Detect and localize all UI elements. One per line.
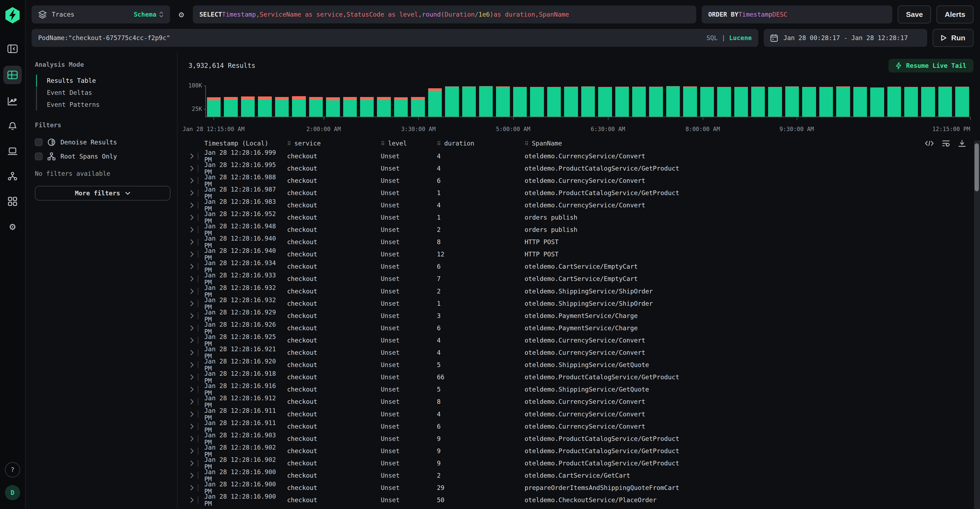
- filter-root-spans-only[interactable]: Root Spans Only: [35, 149, 170, 163]
- source-select[interactable]: Traces Schema: [32, 5, 170, 24]
- denoise-checkbox[interactable]: [35, 139, 43, 146]
- vertical-scrollbar[interactable]: [974, 140, 980, 509]
- expand-row-chevron-icon[interactable]: [186, 153, 198, 159]
- expand-row-chevron-icon[interactable]: [186, 202, 198, 208]
- more-filters-button[interactable]: More filters: [35, 186, 170, 201]
- expand-row-chevron-icon[interactable]: [186, 349, 198, 356]
- chart-bar[interactable]: [479, 86, 493, 117]
- column-header-service[interactable]: ⠿service: [287, 140, 381, 147]
- chart-bar[interactable]: [955, 87, 969, 117]
- search-input[interactable]: PodName:"checkout-675775c4cc-f2p9c" SQL …: [32, 29, 758, 47]
- expand-row-chevron-icon[interactable]: [186, 460, 198, 466]
- user-avatar[interactable]: D: [5, 485, 20, 500]
- chart-bar[interactable]: [615, 87, 629, 117]
- table-row[interactable]: Jan 28 12:28:16.903 PMcheckoutUnset9otel…: [186, 432, 974, 445]
- chart-bar[interactable]: [309, 97, 323, 117]
- chart-bar[interactable]: [207, 97, 221, 117]
- table-row[interactable]: Jan 28 12:28:16.900 PMcheckoutUnset50ote…: [186, 494, 974, 506]
- table-row[interactable]: Jan 28 12:28:16.948 PMcheckoutUnset2orde…: [186, 224, 974, 236]
- chart-bar[interactable]: [411, 97, 425, 117]
- chart-bar[interactable]: [598, 87, 612, 117]
- table-row[interactable]: Jan 28 12:28:16.911 PMcheckoutUnset6otel…: [186, 420, 974, 432]
- expand-row-chevron-icon[interactable]: [186, 436, 198, 442]
- settings-gear-icon[interactable]: ⚙: [3, 218, 22, 235]
- expand-row-chevron-icon[interactable]: [186, 300, 198, 306]
- expand-row-chevron-icon[interactable]: [186, 325, 198, 331]
- table-row[interactable]: Jan 28 12:28:16.900 PMcheckoutUnset2otel…: [186, 469, 974, 482]
- sessions-laptop-icon[interactable]: [3, 143, 22, 160]
- chart-explorer-icon[interactable]: [3, 93, 22, 109]
- wrap-lines-icon[interactable]: [942, 140, 950, 147]
- chart-bar[interactable]: [870, 88, 884, 117]
- chart-bar[interactable]: [717, 87, 731, 117]
- sql-select-editor[interactable]: SELECT Timestamp, ServiceName as service…: [193, 5, 696, 24]
- column-header-timestamp[interactable]: Timestamp (Local): [204, 140, 287, 147]
- hyperdx-logo[interactable]: [4, 6, 21, 26]
- table-row[interactable]: Jan 28 12:28:16.952 PMcheckoutUnset1orde…: [186, 211, 974, 223]
- chart-bar[interactable]: [292, 96, 305, 117]
- chart-bar[interactable]: [547, 87, 561, 117]
- expand-row-chevron-icon[interactable]: [186, 251, 198, 257]
- chart-bar[interactable]: [360, 97, 374, 117]
- chart-bar[interactable]: [462, 86, 476, 117]
- expand-row-chevron-icon[interactable]: [186, 263, 198, 270]
- chart-bar[interactable]: [326, 97, 340, 117]
- date-range-picker[interactable]: Jan 28 00:28:17 - Jan 28 12:28:17: [764, 29, 927, 47]
- table-row[interactable]: Jan 28 12:28:16.932 PMcheckoutUnset2otel…: [186, 285, 974, 297]
- chart-bar[interactable]: [734, 87, 748, 117]
- table-row[interactable]: Jan 28 12:28:16.995 PMcheckoutUnset4otel…: [186, 162, 974, 174]
- column-header-spanname[interactable]: ⠿SpanName: [525, 140, 925, 147]
- table-row[interactable]: Jan 28 12:28:16.983 PMcheckoutUnset4otel…: [186, 199, 974, 211]
- chart-bar[interactable]: [751, 87, 765, 117]
- table-row[interactable]: Jan 28 12:28:16.926 PMcheckoutUnset6otel…: [186, 322, 974, 334]
- expand-row-chevron-icon[interactable]: [186, 472, 198, 479]
- expand-row-chevron-icon[interactable]: [186, 276, 198, 282]
- table-row[interactable]: Jan 28 12:28:16.934 PMcheckoutUnset6otel…: [186, 260, 974, 273]
- help-icon[interactable]: ?: [5, 462, 20, 477]
- search-results-icon[interactable]: [3, 65, 22, 84]
- chart-bar[interactable]: [428, 88, 442, 117]
- table-row[interactable]: Jan 28 12:28:16.902 PMcheckoutUnset9otel…: [186, 445, 974, 457]
- save-button[interactable]: Save: [898, 5, 931, 24]
- table-row[interactable]: Jan 28 12:28:16.920 PMcheckoutUnset5otel…: [186, 359, 974, 371]
- source-settings-gear-icon[interactable]: ⚙: [175, 5, 188, 24]
- table-row[interactable]: Jan 28 12:28:16.925 PMcheckoutUnset4otel…: [186, 334, 974, 346]
- expand-row-chevron-icon[interactable]: [186, 190, 198, 196]
- expand-row-chevron-icon[interactable]: [186, 313, 198, 319]
- table-row[interactable]: Jan 28 12:28:16.912 PMcheckoutUnset8otel…: [186, 396, 974, 408]
- analysis-mode-item[interactable]: Event Deltas: [37, 87, 170, 99]
- chart-bar[interactable]: [530, 87, 544, 117]
- drag-grip-icon[interactable]: ⠿: [287, 140, 291, 147]
- chart-bar[interactable]: [683, 86, 697, 117]
- chart-bar[interactable]: [853, 87, 867, 117]
- expand-row-chevron-icon[interactable]: [186, 399, 198, 405]
- chart-bar[interactable]: [258, 96, 272, 117]
- expand-row-chevron-icon[interactable]: [186, 214, 198, 220]
- column-header-level[interactable]: ⠿level: [381, 140, 437, 147]
- chart-bar[interactable]: [888, 87, 901, 117]
- service-map-icon[interactable]: [3, 168, 22, 185]
- chart-bar[interactable]: [496, 86, 510, 117]
- scrollbar-thumb[interactable]: [975, 143, 979, 191]
- filter-denoise-results[interactable]: Denoise Results: [35, 135, 170, 149]
- chart-bar[interactable]: [836, 86, 850, 117]
- expand-row-chevron-icon[interactable]: [186, 386, 198, 393]
- order-by-editor[interactable]: ORDER BY Timestamp DESC: [702, 5, 892, 24]
- chart-bar[interactable]: [938, 87, 952, 117]
- drag-grip-icon[interactable]: ⠿: [381, 140, 385, 147]
- schema-button[interactable]: Schema: [134, 11, 156, 18]
- expand-row-chevron-icon[interactable]: [186, 227, 198, 233]
- table-row[interactable]: Jan 28 12:28:16.916 PMcheckoutUnset5otel…: [186, 383, 974, 396]
- expand-row-chevron-icon[interactable]: [186, 337, 198, 343]
- table-row[interactable]: Jan 28 12:28:16.921 PMcheckoutUnset4otel…: [186, 346, 974, 359]
- table-row[interactable]: Jan 28 12:28:16.988 PMcheckoutUnset6otel…: [186, 174, 974, 187]
- chart-bar[interactable]: [343, 97, 357, 117]
- expand-row-chevron-icon[interactable]: [186, 497, 198, 503]
- view-source-code-icon[interactable]: [925, 140, 934, 147]
- column-header-duration[interactable]: ⠿duration: [437, 140, 525, 147]
- expand-row-chevron-icon[interactable]: [186, 288, 198, 294]
- table-row[interactable]: Jan 28 12:28:16.918 PMcheckoutUnset66ote…: [186, 371, 974, 383]
- chart-bar[interactable]: [377, 97, 391, 117]
- chart-bar[interactable]: [768, 87, 782, 117]
- chart-bar[interactable]: [241, 96, 255, 117]
